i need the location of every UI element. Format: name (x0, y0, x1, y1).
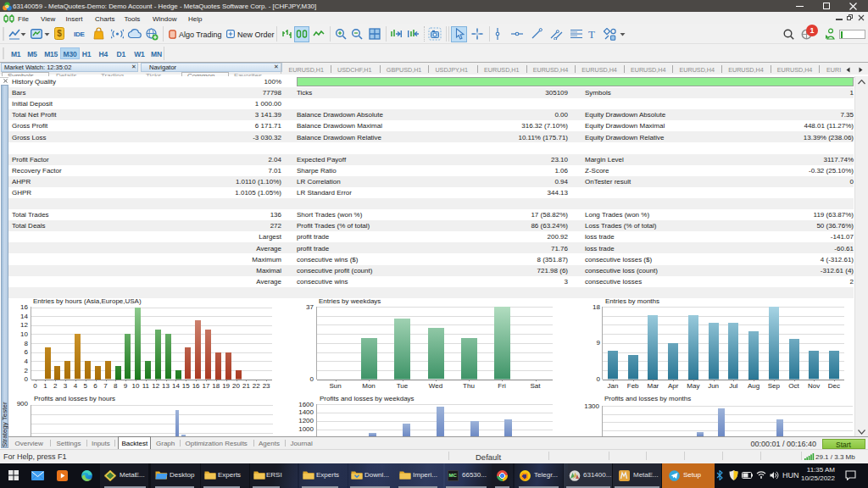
svg-text:$: $ (57, 29, 62, 38)
